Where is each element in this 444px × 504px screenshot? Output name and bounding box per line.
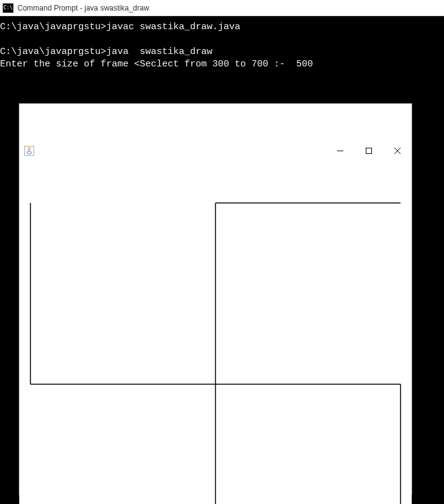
terminal-prompt-label: Enter the size of frame <Seclect from 30… [0, 59, 296, 70]
swastika-drawing [19, 198, 412, 504]
java-frame-canvas [19, 198, 412, 504]
terminal-input-value: 500 [296, 59, 313, 70]
terminal-line: C:\java\javaprgstu>java swastika_draw [0, 47, 212, 57]
java-frame-titlebar[interactable] [19, 141, 412, 161]
terminal-line: C:\java\javaprgstu>javac swastika_draw.j… [0, 22, 240, 32]
maximize-button[interactable] [355, 141, 383, 161]
svg-point-0 [27, 151, 32, 154]
java-cup-icon [24, 146, 34, 156]
cmd-window-titlebar: C:\ Command Prompt - java swastika_draw [0, 0, 444, 16]
svg-rect-2 [366, 148, 372, 154]
minimize-button[interactable] [326, 141, 355, 161]
java-window-controls [326, 141, 412, 161]
cmd-terminal[interactable]: C:\java\javaprgstu>javac swastika_draw.j… [0, 16, 444, 504]
cmd-window-title: Command Prompt - java swastika_draw [17, 4, 149, 12]
java-frame-window [19, 103, 412, 495]
close-button[interactable] [383, 141, 412, 161]
cmd-icon: C:\ [2, 3, 14, 13]
